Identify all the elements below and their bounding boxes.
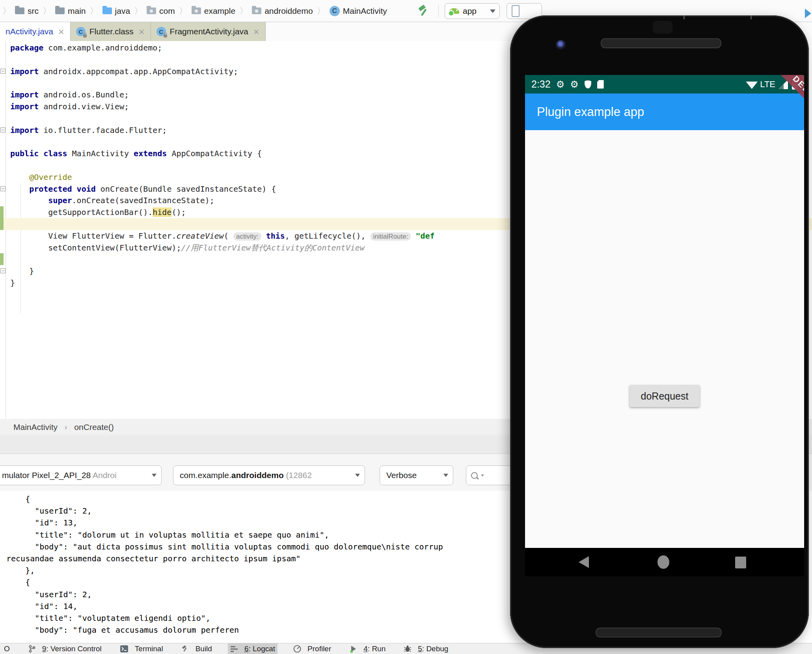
breadcrumb-label: src (28, 6, 39, 16)
logcat-device-dropdown[interactable]: mulator Pixel_2_API_28 Androi (0, 465, 162, 485)
statusbar-logcat[interactable]: 6: Logcat (228, 643, 277, 654)
chevron-down-icon (443, 474, 448, 477)
toolbar-separator (438, 5, 439, 17)
chevron-down-icon (490, 9, 495, 13)
phone-sensor-notch (653, 21, 672, 34)
statusbar-o[interactable]: O (2, 643, 12, 654)
tab-fragmentactivityjava[interactable]: CFragmentActivity.java× (151, 22, 266, 41)
logcat-process-dropdown[interactable]: com.example.androiddemo (12862 (173, 465, 365, 485)
code-token: hide (153, 207, 171, 217)
logcat-level-dropdown[interactable]: Verbose (380, 465, 453, 485)
close-icon[interactable]: × (58, 27, 65, 36)
statusbar-item-label: 4: Run (363, 645, 386, 653)
tab-nactivityjava[interactable]: nActivity.java× (0, 22, 71, 41)
statusbar-item-label: Build (196, 645, 212, 653)
breadcrumb-item-example[interactable]: example (192, 6, 235, 16)
close-icon[interactable]: × (253, 27, 260, 36)
hammer-icon (181, 645, 192, 653)
code-token: androidx.appcompat.app.AppCompatActivity… (39, 67, 238, 76)
folder-icon (15, 7, 24, 14)
breadcrumb-separator: 〉 (239, 5, 248, 17)
tab-label: Flutter.class (89, 27, 134, 36)
code-token: } (10, 278, 15, 288)
code-token: onCreate(Bundle savedInstanceState) { (96, 184, 276, 194)
close-icon[interactable]: × (138, 27, 145, 36)
earpiece-speaker (601, 38, 721, 48)
fold-marker[interactable]: − (0, 268, 6, 273)
code-token: class (43, 149, 67, 158)
code-token: import (10, 102, 39, 111)
code-token: import (10, 67, 39, 76)
statusbar-item-label: Profiler (307, 645, 331, 653)
statusbar-item-label: 5: Debug (418, 645, 448, 653)
code-token: void (77, 184, 96, 194)
package-icon (252, 7, 261, 14)
recents-button[interactable] (735, 557, 746, 568)
code-token: extends (134, 149, 167, 158)
code-token: import (10, 125, 39, 135)
code-token: android.view.View; (39, 102, 129, 111)
code-token (261, 231, 266, 241)
gear-icon: ⚙ (556, 79, 565, 90)
statusbar-debug[interactable]: 5: Debug (401, 643, 451, 654)
android-studio-window: 〉 src〉main〉java〉com〉example〉androiddemo〉… (0, 0, 812, 654)
breadcrumb-label: androiddemo (264, 6, 313, 16)
code-token (39, 149, 43, 158)
fold-marker[interactable]: − (0, 69, 6, 74)
profiler-icon (293, 645, 304, 653)
breadcrumb-class[interactable]: MainActivity (13, 422, 58, 432)
run-configuration-dropdown[interactable]: app (445, 3, 500, 19)
code-token: setContentView(FlutterView); (10, 243, 181, 252)
build-hammer-icon[interactable] (417, 4, 431, 18)
breadcrumb-item-java[interactable]: java (102, 6, 130, 16)
breadcrumb-item-androiddemo[interactable]: androiddemo (252, 6, 313, 16)
lock-icon (164, 34, 167, 37)
tab-flutterclass[interactable]: CFlutter.class× (71, 22, 151, 41)
class-icon: C (76, 27, 86, 36)
breadcrumb-item-main[interactable]: main (55, 6, 86, 16)
breadcrumb-separator: 〉 (90, 5, 99, 17)
class-icon: C (330, 6, 340, 16)
code-token: (); (171, 207, 186, 217)
app-body: doRequest (525, 130, 804, 548)
clock: 2:32 (531, 78, 551, 90)
change-marker (0, 253, 4, 265)
breadcrumb-item-com[interactable]: com (147, 6, 175, 16)
code-token: protected (29, 184, 72, 194)
statusbar-build[interactable]: Build (179, 643, 214, 654)
package-icon (192, 7, 201, 14)
breadcrumb-item-MainActivity[interactable]: CMainActivity (330, 6, 387, 16)
statusbar-versioncontrol[interactable]: 9: Version Control (26, 643, 104, 654)
fold-marker[interactable]: − (0, 186, 6, 191)
package-icon (147, 7, 156, 14)
change-marker (0, 206, 4, 218)
statusbar-item-label: Terminal (135, 645, 163, 653)
statusbar-item-label: O (4, 645, 10, 653)
android-nav-bar (525, 548, 804, 576)
breadcrumb-leading-chevron: 〉 (2, 5, 11, 17)
folder-icon (55, 7, 65, 14)
statusbar-run[interactable]: 4: Run (347, 643, 388, 654)
shield-icon (585, 80, 591, 88)
do-request-button[interactable]: doRequest (629, 385, 700, 407)
process-prefix: com.example. (180, 471, 231, 480)
parameter-hint: initialRoute: (371, 232, 411, 241)
back-button[interactable] (579, 556, 589, 568)
code-token: package (10, 43, 43, 52)
class-icon: C (156, 27, 166, 36)
code-token: android.os.Bundle; (39, 90, 129, 99)
home-button[interactable] (657, 555, 669, 569)
change-marker (0, 218, 4, 230)
breadcrumb-separator: 〉 (317, 5, 326, 17)
breadcrumb-item-src[interactable]: src (15, 6, 39, 16)
breadcrumb-method[interactable]: onCreate() (74, 422, 114, 432)
fold-marker[interactable]: − (0, 127, 6, 133)
code-token: } (10, 266, 34, 276)
statusbar-terminal[interactable]: Terminal (117, 643, 166, 654)
statusbar-profiler[interactable]: Profiler (291, 643, 333, 654)
breadcrumb-separator: 〉 (179, 5, 188, 17)
corner-blue-icon (805, 9, 811, 18)
breadcrumb-label: example (204, 6, 235, 16)
code-token (10, 184, 29, 194)
branch-icon (28, 645, 39, 653)
